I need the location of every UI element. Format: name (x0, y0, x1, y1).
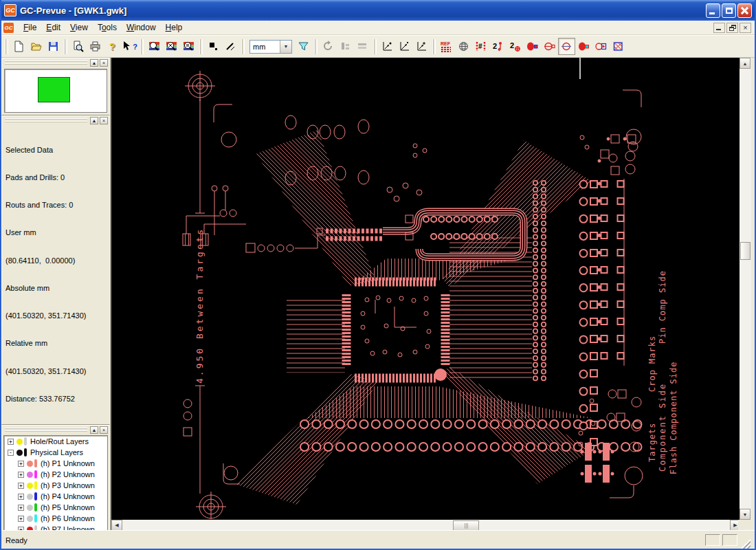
open-file-button[interactable] (27, 38, 45, 55)
save-button[interactable] (45, 38, 62, 55)
panel-pin-button[interactable]: ▲ (90, 117, 98, 124)
layers-panel-header[interactable]: ▲ × (2, 426, 109, 434)
tree-row[interactable]: + (h) P3 Unknown (4, 480, 107, 491)
mdi-restore-button[interactable] (726, 23, 738, 33)
tree-row[interactable]: + (h) P5 Unknown (4, 502, 107, 513)
navigator-viewport-rect[interactable] (38, 77, 70, 102)
pad-shape-button[interactable] (592, 38, 610, 55)
tree-label[interactable]: (h) P3 Unknown (41, 481, 95, 490)
trace-mode-button[interactable] (222, 38, 239, 55)
app-logo-icon: GC (4, 4, 16, 16)
tree-row[interactable]: + (h) P1 Unknown (4, 458, 107, 469)
layer-color-bar (34, 481, 37, 490)
units-value: mm (250, 43, 280, 51)
tree-expander[interactable]: + (18, 505, 24, 511)
minimize-button[interactable] (706, 3, 720, 18)
panel-pin-button[interactable]: ▲ (90, 426, 98, 434)
filled-pad-cyan-button[interactable] (575, 38, 592, 55)
tree-label[interactable]: (h) P5 Unknown (41, 503, 95, 512)
panel-grip[interactable] (5, 118, 87, 123)
zoom-window-button[interactable] (163, 38, 180, 55)
selected-data-panel: ▲ × Selected Data Pads and Drills: 0 Rou… (1, 116, 110, 425)
tree-row[interactable]: - Physical Layers (4, 447, 107, 458)
tree-row[interactable]: + (h) P6 Unknown (4, 513, 107, 524)
mdi-close-button[interactable]: × (740, 23, 751, 33)
horizontal-scroll-thumb[interactable] (453, 520, 479, 531)
outline-pad-trace-button[interactable] (541, 38, 558, 55)
reference-grid-button[interactable]: REF (438, 38, 455, 55)
crosshatch-box-button[interactable] (610, 38, 627, 55)
scroll-up-icon[interactable]: ▲ (740, 58, 751, 69)
menu-item[interactable]: Tools (93, 21, 122, 34)
context-help-button[interactable]: ? (121, 38, 138, 55)
tree-expander[interactable]: - (8, 450, 14, 456)
menu-item[interactable]: Edit (41, 21, 65, 34)
menu-item[interactable]: Help (161, 21, 188, 34)
tree-label[interactable]: Physical Layers (30, 448, 83, 456)
panel-grip[interactable] (5, 60, 87, 65)
panel-pin-button[interactable]: ▲ (90, 59, 98, 67)
menu-item[interactable]: View (65, 21, 93, 34)
toolbar-grip[interactable] (5, 39, 8, 54)
pad-mode-button[interactable] (205, 38, 222, 55)
measure-add-button[interactable] (413, 38, 430, 55)
scroll-down-icon[interactable]: ▼ (740, 509, 751, 520)
help-button[interactable]: ? (104, 38, 121, 55)
tree-row[interactable]: + (h) P2 Unknown (4, 469, 107, 480)
measure-distance-button[interactable] (396, 38, 413, 55)
panel-close-button[interactable]: × (100, 117, 108, 124)
svg-text:2: 2 (493, 42, 497, 50)
dropdown-arrow-icon[interactable]: ▼ (280, 41, 291, 53)
panel-close-button[interactable]: × (100, 59, 108, 67)
scroll-left-icon[interactable]: ◀ (111, 520, 122, 531)
mdi-minimize-button[interactable] (713, 23, 725, 33)
print-preview-button[interactable] (69, 38, 87, 55)
mdi-close-icon: × (740, 23, 751, 32)
tree-expander[interactable]: + (18, 461, 24, 467)
title-bar[interactable]: GC GC-Prevue - [GWK1.gwk] (1, 0, 755, 21)
tree-label[interactable]: (h) P1 Unknown (41, 459, 95, 468)
vertical-scroll-thumb[interactable] (740, 242, 751, 260)
resize-grip[interactable] (741, 539, 751, 549)
panel-grip[interactable] (5, 428, 87, 432)
flash-component-side-label: Flash Component Side (669, 362, 678, 475)
new-file-button[interactable] (10, 38, 27, 55)
print-button[interactable] (87, 38, 104, 55)
sphere-view-button[interactable] (455, 38, 472, 55)
units-dropdown[interactable]: mm ▼ (249, 40, 292, 54)
tree-label[interactable]: Hole/Rout Layers (30, 437, 89, 446)
vertical-scrollbar[interactable]: ▲ ▼ (740, 58, 751, 520)
tree-label[interactable]: (h) P4 Unknown (41, 492, 95, 500)
menu-item[interactable]: File (19, 21, 41, 34)
tree-label[interactable]: (h) P2 Unknown (41, 470, 95, 478)
tree-row[interactable]: + (h) P4 Unknown (4, 491, 107, 502)
tree-expander[interactable]: + (18, 494, 24, 500)
outline-pad-button-active[interactable] (558, 38, 575, 55)
navigator-view[interactable] (4, 69, 107, 113)
tree-expander[interactable]: + (8, 439, 14, 445)
tree-expander[interactable]: + (18, 516, 24, 522)
selected-data-panel-header[interactable]: ▲ × (2, 116, 109, 125)
measure-point-button[interactable] (379, 38, 396, 55)
tree-row[interactable]: + Hole/Rout Layers (4, 436, 107, 447)
maximize-button[interactable] (722, 3, 736, 18)
pcb-canvas[interactable]: 4.950 Between Targets Pin Comp Side Crop… (111, 58, 741, 520)
tree-expander[interactable]: + (18, 472, 24, 478)
layer-color-dot (27, 472, 33, 478)
panel-close-button[interactable]: × (100, 426, 108, 434)
close-button[interactable] (737, 3, 752, 18)
tree-expander[interactable]: + (18, 483, 24, 489)
filter-button[interactable] (295, 38, 312, 55)
fanout-nw (256, 130, 376, 286)
navigator-panel-header[interactable]: ▲ × (2, 58, 109, 67)
step-target-button[interactable]: 2 (507, 38, 524, 55)
component-side-label: Component Side (658, 383, 667, 472)
tree-label[interactable]: (h) P6 Unknown (41, 514, 95, 522)
step-up-button[interactable]: 2 (489, 38, 507, 55)
menu-item[interactable]: Window (122, 21, 161, 34)
filled-pad-button[interactable] (524, 38, 541, 55)
absolute-coords: (401.50320, 351.71430) (5, 311, 106, 320)
pad-numbers-button[interactable]: # (472, 38, 489, 55)
zoom-in-button[interactable] (146, 38, 163, 55)
zoom-extents-button[interactable] (180, 38, 197, 55)
